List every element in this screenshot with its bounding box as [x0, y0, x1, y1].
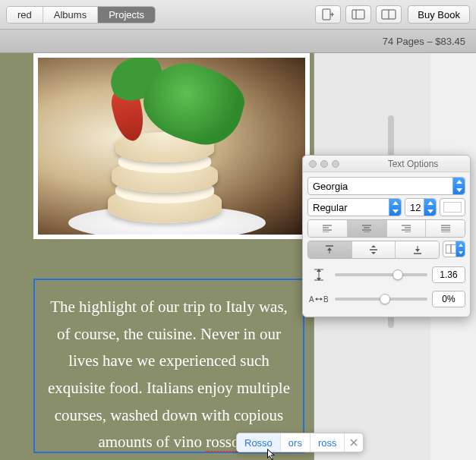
tab-red[interactable]: red — [7, 7, 43, 23]
horizontal-align-group — [307, 219, 465, 238]
autocorrect-popup: Rosso ors ross — [236, 433, 364, 452]
align-center-icon — [362, 225, 371, 232]
svg-text:A: A — [309, 295, 314, 304]
font-size-field[interactable]: 12 — [405, 198, 437, 216]
photo-image — [38, 58, 305, 235]
status-bar: 74 Pages – $83.45 — [0, 30, 476, 53]
valign-middle-button[interactable] — [352, 241, 396, 258]
body-text: The highlight of our trip to Italy was, … — [48, 298, 290, 451]
minimize-icon[interactable] — [320, 160, 328, 168]
svg-rect-0 — [323, 9, 330, 20]
page-count-price: 74 Pages – $83.45 — [383, 36, 465, 47]
line-spacing-icon — [307, 269, 330, 281]
svg-marker-10 — [392, 210, 399, 213]
book-page: The highlight of our trip to Italy was, … — [0, 53, 314, 460]
line-spacing-value[interactable]: 1.36 — [432, 266, 465, 283]
svg-marker-12 — [427, 210, 433, 213]
cursor-icon — [267, 449, 278, 460]
font-size-value: 12 — [410, 202, 421, 213]
align-justify-button[interactable] — [426, 220, 465, 237]
buy-book-button[interactable]: Buy Book — [408, 5, 470, 24]
autocorrect-suggestion-2[interactable]: ross — [311, 433, 345, 452]
text-options-panel: Text Options Georgia Regular 12 — [302, 155, 471, 317]
align-right-button[interactable] — [387, 220, 427, 237]
valign-middle-icon — [370, 245, 377, 254]
tracking-icon: AB — [307, 295, 330, 304]
chevron-updown-icon — [389, 199, 401, 216]
tracking-value[interactable]: 0% — [432, 291, 465, 307]
tracking-slider[interactable] — [335, 298, 427, 301]
text-color-well[interactable] — [440, 198, 465, 216]
svg-marker-32 — [371, 245, 376, 247]
layout-split-button[interactable] — [345, 5, 371, 24]
svg-marker-50 — [320, 298, 323, 301]
add-page-icon — [321, 8, 335, 20]
valign-top-icon — [326, 245, 333, 254]
chevron-updown-icon — [456, 241, 465, 257]
svg-marker-8 — [456, 188, 462, 192]
autocorrect-suggestion-1[interactable]: ors — [281, 433, 311, 452]
zoom-icon[interactable] — [332, 160, 339, 168]
valign-bottom-icon — [414, 245, 421, 254]
svg-marker-11 — [427, 201, 433, 205]
autocorrect-dismiss-button[interactable] — [345, 433, 363, 452]
svg-marker-40 — [459, 244, 463, 247]
close-icon — [350, 439, 358, 446]
panel-titlebar[interactable]: Text Options — [303, 156, 470, 172]
valign-top-button[interactable] — [308, 241, 352, 258]
align-center-button[interactable] — [348, 220, 387, 237]
tab-albums[interactable]: Albums — [43, 7, 98, 23]
chevron-updown-icon — [452, 178, 465, 194]
close-icon[interactable] — [309, 160, 317, 168]
columns-icon — [446, 244, 456, 254]
font-style-value: Regular — [313, 202, 348, 213]
svg-rect-3 — [352, 10, 364, 19]
view-tabs: red Albums Projects — [6, 6, 156, 24]
misspelled-word[interactable]: rosso — [206, 433, 239, 452]
panel-title-text: Text Options — [362, 159, 464, 169]
svg-marker-36 — [415, 249, 420, 252]
svg-marker-41 — [459, 251, 463, 254]
font-family-value: Georgia — [313, 181, 348, 192]
chevron-updown-icon — [424, 199, 436, 216]
window-controls — [309, 160, 339, 168]
add-page-button[interactable] — [315, 5, 341, 24]
layout-split-icon — [351, 9, 365, 20]
tab-projects[interactable]: Projects — [98, 7, 155, 23]
svg-marker-34 — [371, 252, 376, 254]
photo-frame[interactable] — [33, 53, 310, 239]
svg-marker-9 — [392, 201, 399, 205]
svg-marker-49 — [315, 298, 317, 301]
align-justify-icon — [441, 225, 450, 232]
layout-spread-button[interactable] — [376, 5, 402, 24]
align-right-icon — [402, 225, 411, 232]
svg-marker-7 — [456, 180, 462, 184]
align-left-icon — [323, 225, 332, 232]
svg-text:B: B — [323, 295, 329, 304]
line-spacing-slider[interactable] — [335, 273, 427, 276]
top-toolbar: red Albums Projects Buy Book — [0, 0, 476, 30]
valign-bottom-button[interactable] — [396, 241, 439, 258]
font-style-select[interactable]: Regular — [307, 198, 402, 216]
layout-spread-icon — [381, 9, 396, 20]
text-frame[interactable]: The highlight of our trip to Italy was, … — [33, 279, 304, 453]
columns-button[interactable] — [443, 241, 465, 257]
align-left-button[interactable] — [308, 220, 348, 237]
vertical-align-group — [307, 241, 440, 259]
font-family-select[interactable]: Georgia — [307, 177, 465, 195]
